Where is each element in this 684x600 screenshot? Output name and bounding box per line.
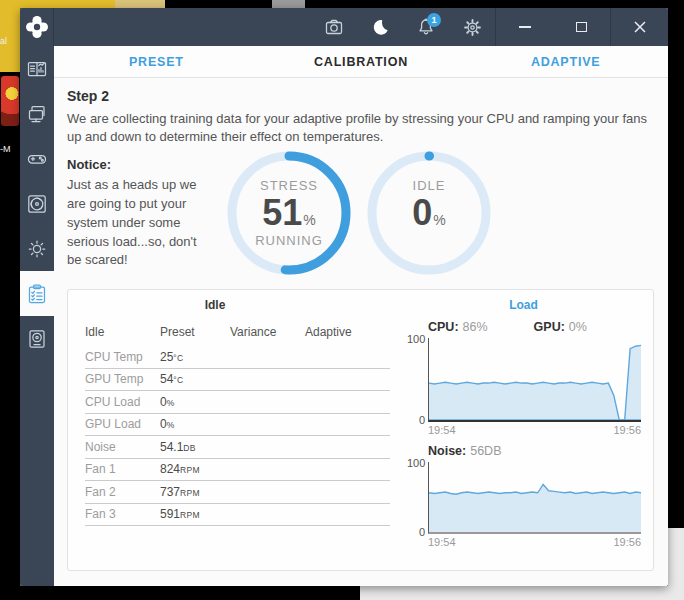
cpu-stat-value: 86% (463, 320, 488, 334)
settings-button[interactable] (449, 8, 495, 46)
gpu-stat: GPU:0% (534, 317, 587, 335)
cpu-stat: CPU:86% (428, 317, 488, 335)
tab-adaptive[interactable]: ADAPTIVE (463, 46, 668, 77)
unit: % (167, 420, 175, 430)
titlebar-drag-area[interactable] (54, 8, 311, 46)
pc-monitor-icon (26, 103, 48, 125)
gauge-row: Notice: Just as a heads up we are going … (67, 149, 654, 277)
notice-block: Notice: Just as a heads up we are going … (67, 149, 213, 277)
load-stats-row: CPU:86% GPU:0% (406, 316, 641, 336)
noise-stat-label: Noise: (428, 444, 466, 458)
gauge-unit: % (433, 213, 445, 227)
sidebar-item-cooling[interactable] (20, 181, 54, 226)
row-value: 737RPM (160, 485, 230, 499)
gauge-value: 0 (412, 195, 432, 231)
close-icon (632, 19, 648, 35)
unit: DB (183, 443, 195, 453)
row-label: Fan 2 (85, 485, 160, 499)
app-window: 1 (20, 8, 668, 586)
results-panel: Idle Idle Preset Variance Adaptive CPU T… (67, 289, 654, 571)
table-row: CPU Temp 25°C (85, 346, 390, 369)
gauge-unit: % (303, 213, 315, 227)
y-axis-tick: 0 (419, 414, 425, 426)
gauge-label: IDLE (413, 178, 446, 193)
stress-gauge-text: STRESS 51 % RUNNING (225, 149, 353, 277)
row-value: 54°C (160, 372, 230, 386)
x-axis-tick: 19:54 (428, 424, 456, 436)
tab-bar: PRESET CALIBRATION ADAPTIVE (54, 46, 668, 78)
x-axis-tick: 19:56 (613, 536, 641, 548)
gpu-stat-value: 0% (569, 320, 587, 334)
sidebar-item-calibration[interactable] (20, 271, 54, 316)
desktop-label-fragment: -M (0, 144, 11, 154)
close-button[interactable] (611, 8, 668, 46)
step-description: We are collecting training data for your… (67, 110, 654, 145)
storage-drive-icon (26, 328, 48, 350)
tab-calibration[interactable]: CALIBRATION (259, 46, 464, 77)
gear-icon (462, 17, 483, 38)
minimize-icon (519, 26, 531, 28)
desktop-folder-icon (115, 0, 165, 8)
sidebar-item-pc-specs[interactable] (20, 91, 54, 136)
value: 737 (160, 485, 180, 499)
notification-badge: 1 (427, 13, 441, 27)
row-label: Fan 1 (85, 462, 160, 476)
sidebar-item-lighting[interactable] (20, 226, 54, 271)
table-row: GPU Temp 54°C (85, 369, 390, 392)
dark-mode-button[interactable] (357, 8, 403, 46)
sidebar-item-games[interactable] (20, 136, 54, 181)
titlebar: 1 (54, 8, 668, 46)
step-title: Step 2 (67, 88, 654, 104)
desktop-app-icon (1, 76, 19, 126)
sidebar-item-dashboard[interactable] (20, 46, 54, 91)
calibration-content: Step 2 We are collecting training data f… (54, 78, 668, 586)
unit: RPM (180, 510, 200, 520)
stress-gauge: STRESS 51 % RUNNING (225, 149, 353, 277)
desktop-background (0, 0, 115, 8)
tab-preset[interactable]: PRESET (54, 46, 259, 77)
sidebar-item-storage[interactable] (20, 316, 54, 361)
fan-icon (26, 193, 48, 215)
tab-label: ADAPTIVE (531, 55, 601, 69)
maximize-button[interactable] (553, 8, 610, 46)
table-row: GPU Load 0% (85, 414, 390, 437)
value: 0 (160, 395, 167, 409)
load-charts-section: Load CPU:86% GPU:0% 100 0 (400, 290, 653, 570)
table-row: CPU Load 0% (85, 391, 390, 414)
gauge-value-row: 0 % (412, 195, 445, 231)
load-chart-svg (429, 338, 641, 420)
cam-logo-icon (24, 14, 50, 40)
x-axis-tick: 19:54 (428, 536, 456, 548)
minimize-button[interactable] (496, 8, 553, 46)
cpu-stat-label: CPU: (428, 320, 459, 334)
noise-chart-x-axis: 19:54 19:56 (428, 534, 641, 550)
row-value: 0% (160, 395, 230, 409)
gauge-status: RUNNING (255, 233, 323, 248)
y-axis-tick: 100 (407, 333, 425, 345)
unit: RPM (180, 488, 200, 498)
table-header-row: Idle Preset Variance Adaptive (85, 320, 390, 344)
value: 0 (160, 417, 167, 431)
table-row: Noise 54.1DB (85, 436, 390, 459)
notice-title: Notice: (67, 157, 213, 172)
column-header: Adaptive (305, 325, 382, 339)
main-area: 1 (54, 8, 668, 586)
notifications-button[interactable]: 1 (403, 8, 449, 46)
screenshot-button[interactable] (311, 8, 357, 46)
unit: % (167, 398, 175, 408)
unit: RPM (180, 465, 200, 475)
load-chart: 100 0 (428, 338, 641, 422)
noise-stats-row: Noise:56DB (406, 440, 641, 460)
maximize-icon (576, 22, 587, 32)
row-value: 824RPM (160, 462, 230, 476)
tab-label: PRESET (129, 55, 184, 69)
sidebar (20, 8, 54, 586)
row-value: 591RPM (160, 507, 230, 521)
noise-stat: Noise:56DB (428, 441, 501, 459)
camera-icon (323, 16, 345, 38)
value: 54.1 (160, 440, 183, 454)
gpu-stat-label: GPU: (534, 320, 565, 334)
desktop-window-fragment (272, 0, 305, 8)
table-row: Fan 1 824RPM (85, 459, 390, 482)
value: 25 (160, 350, 173, 364)
